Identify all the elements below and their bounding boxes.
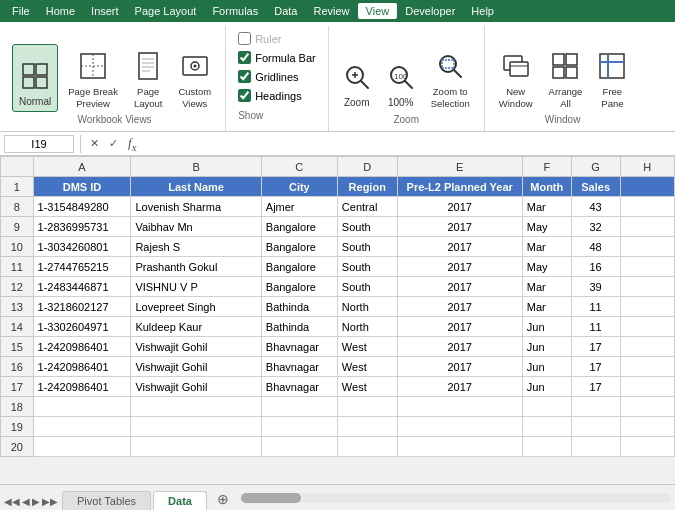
cell-r17-c7[interactable] (620, 377, 674, 397)
cell-r16-c4[interactable]: 2017 (397, 357, 522, 377)
page-break-preview-button[interactable]: Page BreakPreview (62, 44, 124, 112)
cell-r12-c2[interactable]: Bangalore (261, 277, 337, 297)
cell-r12-c4[interactable]: 2017 (397, 277, 522, 297)
sheet-tab-data[interactable]: Data (153, 491, 207, 510)
header-cell-4[interactable]: Pre-L2 Planned Year (397, 177, 522, 197)
cell-r16-c3[interactable]: West (337, 357, 397, 377)
cell-r20-c5[interactable] (522, 437, 571, 457)
cell-r20-c7[interactable] (620, 437, 674, 457)
add-sheet-button[interactable]: ⊕ (209, 488, 237, 510)
cell-r10-c0[interactable]: 1-3034260801 (33, 237, 131, 257)
cell-r14-c3[interactable]: North (337, 317, 397, 337)
new-window-button[interactable]: NewWindow (493, 44, 539, 112)
menu-page-layout[interactable]: Page Layout (127, 3, 205, 19)
cell-r17-c3[interactable]: West (337, 377, 397, 397)
cell-r11-c6[interactable]: 16 (571, 257, 620, 277)
ruler-checkbox[interactable] (238, 32, 251, 45)
cell-r15-c4[interactable]: 2017 (397, 337, 522, 357)
cell-r10-c7[interactable] (620, 237, 674, 257)
cell-r15-c1[interactable]: Vishwajit Gohil (131, 337, 261, 357)
cell-r19-c2[interactable] (261, 417, 337, 437)
formula-bar-checkbox-item[interactable]: Formula Bar (238, 51, 316, 64)
cell-r9-c3[interactable]: South (337, 217, 397, 237)
cell-r13-c2[interactable]: Bathinda (261, 297, 337, 317)
row-header-8[interactable]: 8 (1, 197, 34, 217)
cell-r16-c7[interactable] (620, 357, 674, 377)
tab-nav-prev[interactable]: ◀ (22, 496, 30, 507)
cell-r13-c6[interactable]: 11 (571, 297, 620, 317)
freeze-pane-button[interactable]: FreePane (592, 44, 632, 112)
cell-r17-c2[interactable]: Bhavnagar (261, 377, 337, 397)
cell-r15-c2[interactable]: Bhavnagar (261, 337, 337, 357)
row-header-11[interactable]: 11 (1, 257, 34, 277)
menu-developer[interactable]: Developer (397, 3, 463, 19)
cell-r15-c6[interactable]: 17 (571, 337, 620, 357)
cell-r14-c1[interactable]: Kuldeep Kaur (131, 317, 261, 337)
headings-checkbox-item[interactable]: Headings (238, 89, 316, 102)
cell-r12-c5[interactable]: Mar (522, 277, 571, 297)
zoom-button[interactable]: Zoom (337, 44, 377, 112)
col-header-h[interactable]: H (620, 157, 674, 177)
cell-r19-c4[interactable] (397, 417, 522, 437)
row-header-13[interactable]: 13 (1, 297, 34, 317)
gridlines-checkbox-item[interactable]: Gridlines (238, 70, 316, 83)
cell-r15-c7[interactable] (620, 337, 674, 357)
cell-r8-c7[interactable] (620, 197, 674, 217)
cell-r12-c1[interactable]: VISHNU V P (131, 277, 261, 297)
row-header-16[interactable]: 16 (1, 357, 34, 377)
tab-nav-first[interactable]: ◀◀ (4, 496, 20, 507)
cell-r18-c1[interactable] (131, 397, 261, 417)
scrollbar-thumb[interactable] (241, 493, 301, 503)
cell-r9-c0[interactable]: 1-2836995731 (33, 217, 131, 237)
arrange-all-button[interactable]: ArrangeAll (543, 44, 589, 112)
tab-nav-next[interactable]: ▶ (32, 496, 40, 507)
row-header-12[interactable]: 12 (1, 277, 34, 297)
cell-r20-c1[interactable] (131, 437, 261, 457)
menu-formulas[interactable]: Formulas (204, 3, 266, 19)
cell-r8-c0[interactable]: 1-3154849280 (33, 197, 131, 217)
cell-r11-c2[interactable]: Bangalore (261, 257, 337, 277)
col-header-e[interactable]: E (397, 157, 522, 177)
cell-r8-c6[interactable]: 43 (571, 197, 620, 217)
cell-r10-c1[interactable]: Rajesh S (131, 237, 261, 257)
cell-r17-c1[interactable]: Vishwajit Gohil (131, 377, 261, 397)
cell-r18-c0[interactable] (33, 397, 131, 417)
cell-r8-c3[interactable]: Central (337, 197, 397, 217)
col-header-f[interactable]: F (522, 157, 571, 177)
cell-r9-c2[interactable]: Bangalore (261, 217, 337, 237)
cell-r14-c5[interactable]: Jun (522, 317, 571, 337)
row-header-17[interactable]: 17 (1, 377, 34, 397)
col-header-d[interactable]: D (337, 157, 397, 177)
col-header-c[interactable]: C (261, 157, 337, 177)
cell-r17-c0[interactable]: 1-2420986401 (33, 377, 131, 397)
row-header-20[interactable]: 20 (1, 437, 34, 457)
cell-r16-c1[interactable]: Vishwajit Gohil (131, 357, 261, 377)
cell-r11-c5[interactable]: May (522, 257, 571, 277)
cell-r13-c7[interactable] (620, 297, 674, 317)
cell-r11-c7[interactable] (620, 257, 674, 277)
header-cell-2[interactable]: City (261, 177, 337, 197)
header-cell-7[interactable] (620, 177, 674, 197)
cell-r8-c4[interactable]: 2017 (397, 197, 522, 217)
cell-r9-c6[interactable]: 32 (571, 217, 620, 237)
gridlines-checkbox[interactable] (238, 70, 251, 83)
cell-r11-c4[interactable]: 2017 (397, 257, 522, 277)
cell-r14-c4[interactable]: 2017 (397, 317, 522, 337)
col-header-a[interactable]: A (33, 157, 131, 177)
cell-r10-c6[interactable]: 48 (571, 237, 620, 257)
cell-r14-c2[interactable]: Bathinda (261, 317, 337, 337)
page-layout-button[interactable]: PageLayout (128, 44, 169, 112)
cell-r8-c1[interactable]: Lovenish Sharma (131, 197, 261, 217)
cell-r17-c5[interactable]: Jun (522, 377, 571, 397)
cell-r11-c1[interactable]: Prashanth Gokul (131, 257, 261, 277)
cell-r18-c7[interactable] (620, 397, 674, 417)
cell-r16-c0[interactable]: 1-2420986401 (33, 357, 131, 377)
cell-r15-c0[interactable]: 1-2420986401 (33, 337, 131, 357)
cell-r19-c7[interactable] (620, 417, 674, 437)
formula-bar-checkbox[interactable] (238, 51, 251, 64)
header-cell-3[interactable]: Region (337, 177, 397, 197)
cell-r15-c3[interactable]: West (337, 337, 397, 357)
cell-r9-c7[interactable] (620, 217, 674, 237)
menu-help[interactable]: Help (463, 3, 502, 19)
menu-file[interactable]: File (4, 3, 38, 19)
